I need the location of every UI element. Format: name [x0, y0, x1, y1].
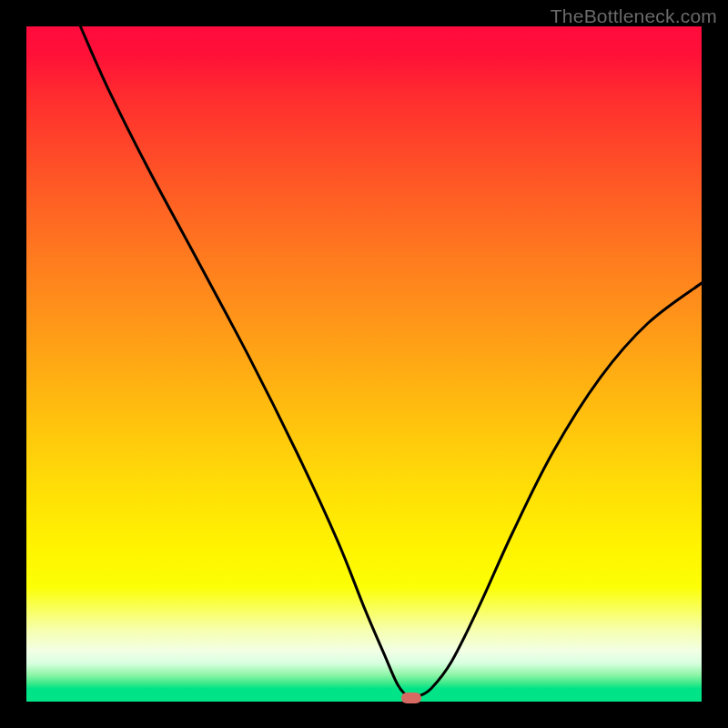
curve-layer — [26, 26, 702, 702]
watermark-text: TheBottleneck.com — [551, 5, 717, 27]
bottleneck-curve — [80, 26, 702, 698]
chart-frame: TheBottleneck.com — [0, 0, 728, 728]
optimum-marker — [401, 693, 421, 703]
plot-area — [26, 26, 702, 702]
